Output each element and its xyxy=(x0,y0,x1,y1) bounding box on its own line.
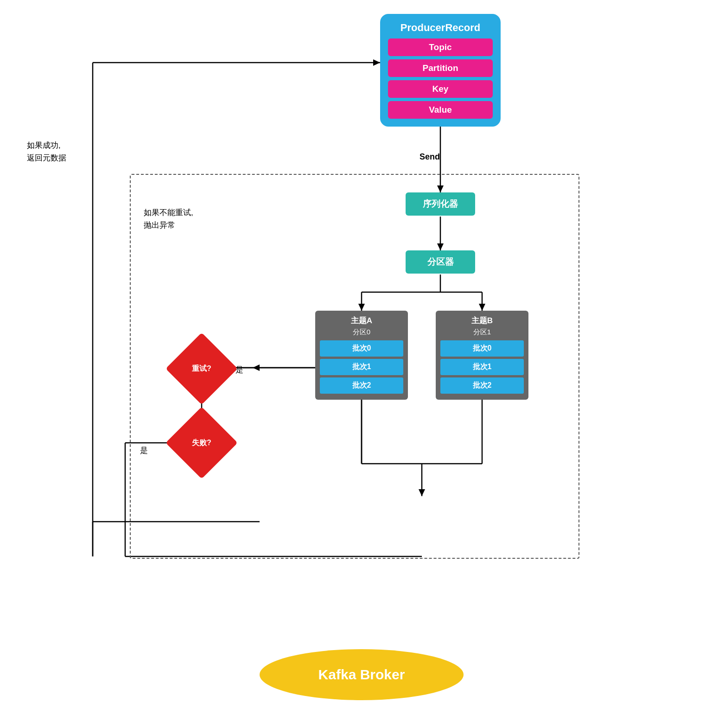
yes-fail-label: 是 xyxy=(140,445,148,456)
serializer-box: 序列化器 xyxy=(406,192,475,216)
diagram: 如果成功, 返回元数据 ProducerRecord Topic Partiti… xyxy=(0,0,712,728)
svg-marker-29 xyxy=(373,59,380,66)
topic-a-sub: 分区0 xyxy=(315,327,408,340)
topic-a-header: 主题A xyxy=(315,311,408,327)
producer-record-title: ProducerRecord xyxy=(388,22,493,34)
yes-retry-label: 是 xyxy=(235,364,243,375)
topic-b-batch-0: 批次0 xyxy=(440,340,524,357)
send-label: Send xyxy=(420,152,440,162)
topic-b-sub: 分区1 xyxy=(436,327,528,340)
field-key: Key xyxy=(388,80,493,98)
kafka-broker-ellipse: Kafka Broker xyxy=(260,649,464,700)
field-topic: Topic xyxy=(388,38,493,56)
success-label: 如果成功, 返回元数据 xyxy=(27,139,66,164)
retry-diamond: 重试? xyxy=(176,343,227,394)
topic-a-batch-1: 批次1 xyxy=(320,359,403,375)
topic-a-batch-0: 批次0 xyxy=(320,340,403,357)
kafka-broker-label: Kafka Broker xyxy=(318,667,405,683)
fail-diamond: 失败? xyxy=(176,417,227,468)
topic-a-batch-2: 批次2 xyxy=(320,377,403,394)
topic-b-box: 主题B 分区1 批次0 批次1 批次2 xyxy=(436,311,528,400)
field-partition: Partition xyxy=(388,59,493,77)
partitioner-box: 分区器 xyxy=(406,250,475,274)
field-value: Value xyxy=(388,101,493,119)
topic-b-header: 主题B xyxy=(436,311,528,327)
topic-a-box: 主题A 分区0 批次0 批次1 批次2 xyxy=(315,311,408,400)
producer-record-box: ProducerRecord Topic Partition Key Value xyxy=(380,14,501,127)
topic-b-batch-1: 批次1 xyxy=(440,359,524,375)
topic-b-batch-2: 批次2 xyxy=(440,377,524,394)
retry-error-label: 如果不能重试, 抛出异常 xyxy=(144,206,193,231)
